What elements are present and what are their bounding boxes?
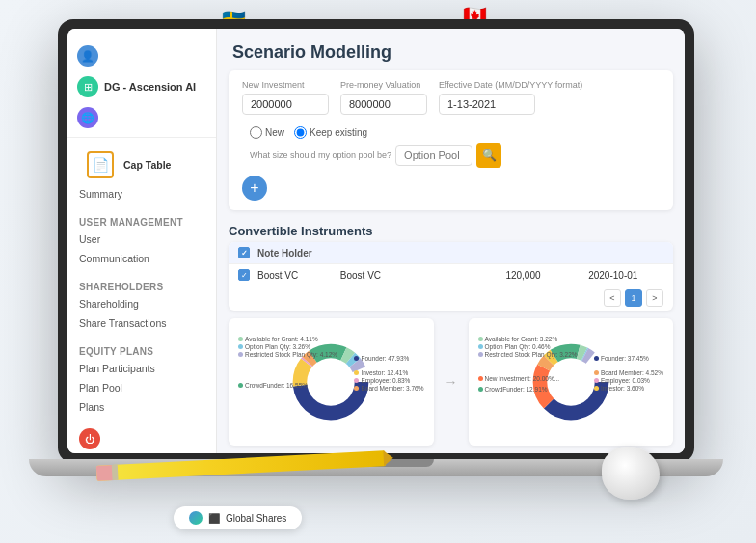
sidebar-item-plan-participants[interactable]: Plan Participants [68,359,216,378]
radio-new-label: New [265,127,284,138]
paper-ball [602,447,660,500]
sidebar-equity-plans-section: Equity Plans Plan Participants Plan Pool… [68,337,216,421]
sidebar-item-share-transactions[interactable]: Share Transactions [68,313,216,333]
shareholding-label: Shareholding [79,298,139,310]
radio-new[interactable]: New [250,126,284,139]
prev-page-button[interactable]: < [604,289,621,307]
table-header: ✓ Note Holder [229,242,673,263]
equity-plans-title: Equity Plans [68,340,216,359]
chart2-legend-right: Founder: 37.45% Board Member: 4.52% Empl… [594,355,663,393]
pre-money-valuation-group: Pre-money Valuation [340,80,427,115]
sidebar-company-row[interactable]: ⊞ DG - Ascension AI [68,71,216,102]
current-page[interactable]: 1 [625,289,642,307]
sidebar-shareholders-section: Shareholders Shareholding Share Transact… [68,272,216,337]
chart-arrow: → [442,318,461,446]
form-row: New Investment Pre-money Valuation Effec… [242,80,660,168]
plan-pool-label: Plan Pool [79,382,122,394]
chart-1: Available for Grant: 4.11% Option Plan Q… [229,318,434,446]
pre-money-input[interactable] [340,94,427,115]
new-investment-label: New Investment [242,80,329,90]
new-investment-group: New Investment [242,80,329,115]
table-row: ✓ Boost VC Boost VC 120,000 2020-10-01 [229,263,673,285]
radio-option-group: New Keep existing What size should my op… [250,126,501,168]
shareholders-title: Shareholders [68,276,216,294]
sidebar-user-mgmt-section: User Management User Communication [68,207,216,272]
company-icon: ⊞ [77,76,98,97]
next-page-button[interactable]: > [646,289,663,307]
search-button[interactable]: 🔍 [476,143,501,168]
charts-section: Available for Grant: 4.11% Option Plan Q… [217,311,685,453]
pagination: < 1 > [229,285,673,311]
add-button[interactable]: + [242,176,267,201]
header-checkbox[interactable]: ✓ [238,247,250,258]
plan-participants-label: Plan Participants [79,363,155,374]
sidebar-item-user[interactable]: User [68,230,216,249]
effective-date-group: Effective Date (MM/DD/YYYY format) [439,80,582,115]
global-shares-icon [189,511,202,525]
user-label: User [79,233,100,245]
cap-table-label: Cap Table [123,159,171,171]
sidebar-top-icons: 👤 ⊞ DG - Ascension AI 🌐 [68,37,216,138]
row-holder: Boost VC [257,270,333,281]
effective-date-input[interactable] [439,94,535,115]
radio-keep-input[interactable] [294,126,307,139]
sidebar-item-summary[interactable]: Summary [68,184,216,204]
convertible-instruments-table: ✓ Note Holder ✓ Boost VC Boost VC 120,00… [229,242,673,311]
pencil-band [112,465,119,480]
row-amount: 120,000 [505,270,580,281]
sidebar-item-shareholding[interactable]: Shareholding [68,294,216,313]
form-section: New Investment Pre-money Valuation Effec… [229,70,673,210]
sidebar: 👤 ⊞ DG - Ascension AI 🌐 📄 Cap Table Summ… [68,29,217,453]
sidebar-item-communication[interactable]: Communication [68,249,216,268]
radio-new-input[interactable] [250,126,262,139]
sidebar-item-plan-pool[interactable]: Plan Pool [68,378,216,397]
radio-keep-label: Keep existing [310,127,367,138]
company-name: DG - Ascension AI [104,81,196,93]
chart1-legend-left: Available for Grant: 4.11% Option Plan Q… [238,336,338,390]
power-button[interactable]: ⏻ [79,428,100,449]
col-note-holder: Note Holder [257,248,333,258]
row-checkbox[interactable]: ✓ [238,269,250,281]
row-date: 2020-10-01 [588,270,663,281]
share-transactions-label: Share Transactions [79,317,166,329]
global-shares-label: Global Shares [226,513,286,524]
radio-keep[interactable]: Keep existing [294,126,367,139]
bottom-bar: ⬛ Global Shares [174,506,302,529]
user-avatar: 👤 [77,45,98,67]
page-title: Scenario Modelling [217,29,685,70]
cap-table-icon: 📄 [87,151,114,178]
row-col2: Boost VC [340,270,416,281]
sidebar-globe-row[interactable]: 🌐 [68,102,216,133]
screen: 👤 ⊞ DG - Ascension AI 🌐 📄 Cap Table Summ… [68,29,685,453]
laptop-frame: 👤 ⊞ DG - Ascension AI 🌐 📄 Cap Table Summ… [58,19,694,463]
sidebar-item-plans[interactable]: Plans [68,397,216,417]
option-pool-input[interactable] [395,145,472,166]
option-pool-label: What size should my option pool be? [250,150,392,160]
chart2-legend-left: Available for Grant: 3.22% Option Plan Q… [478,336,578,394]
global-shares-logo: ⬛ [208,513,220,524]
main-content: Scenario Modelling New Investment Pre-mo… [217,29,685,453]
chart-2: Available for Grant: 3.22% Option Plan Q… [469,318,674,446]
chart1-legend-right: Founder: 47.93% Investor: 12.41% Employe… [354,355,423,393]
plans-label: Plans [79,401,104,413]
globe-icon: 🌐 [77,107,98,128]
pre-money-label: Pre-money Valuation [340,80,427,90]
new-investment-input[interactable] [242,94,329,115]
option-pool-row: What size should my option pool be? 🔍 [250,143,501,168]
power-button-area: ⏻ [68,421,216,453]
user-mgmt-title: User Management [68,211,216,230]
communication-label: Communication [79,253,149,264]
radio-group: New Keep existing [250,126,501,139]
sidebar-cap-table-section: 📄 Cap Table Summary [68,142,216,207]
sidebar-summary-label: Summary [79,188,122,200]
sidebar-user-icon[interactable]: 👤 [68,41,216,71]
convertible-instruments-title: Convertible Instruments [217,218,685,242]
pencil-tip [383,450,393,467]
effective-date-label: Effective Date (MM/DD/YYYY format) [439,80,582,90]
